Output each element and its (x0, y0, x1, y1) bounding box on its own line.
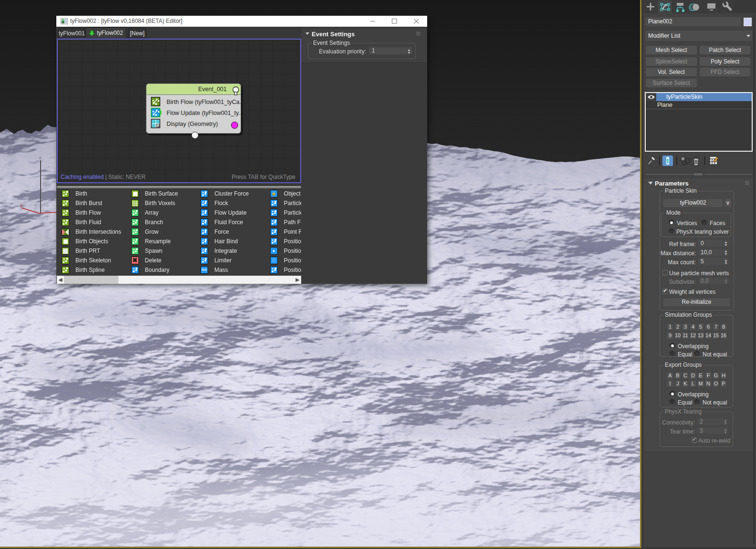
svg-text:z: z (39, 155, 41, 160)
svg-text:y: y (20, 203, 22, 208)
